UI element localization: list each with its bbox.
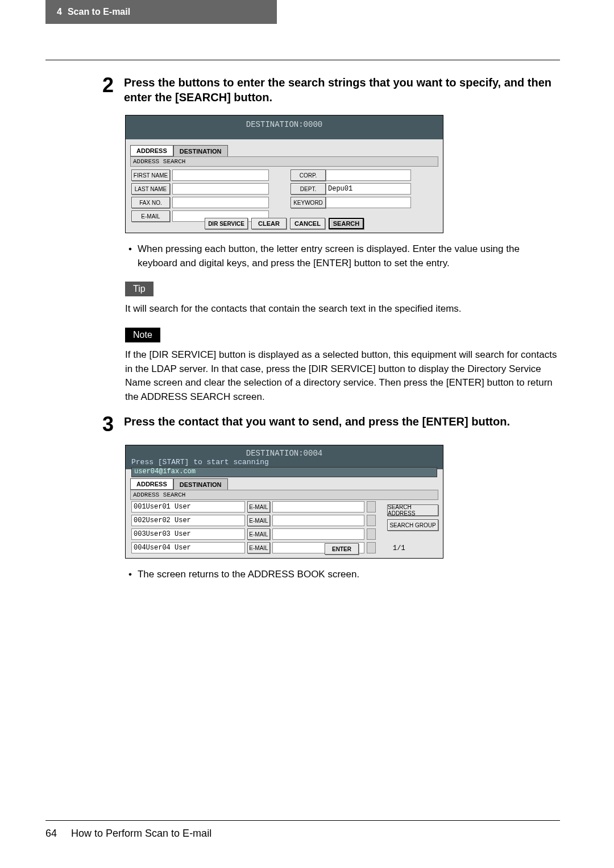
user-name: 002User02 User	[131, 515, 245, 526]
destination-title: DESTINATION:0000	[126, 120, 443, 129]
tab-destination[interactable]: DESTINATION	[173, 145, 228, 156]
last-name-button[interactable]: LAST NAME	[131, 183, 170, 195]
blank-field	[272, 501, 364, 512]
step-3: 3 Press the contact that you want to sen…	[102, 414, 560, 435]
dir-service-button[interactable]: DIR SERVICE	[205, 218, 248, 229]
bullet-1: • When pressing each button, the letter …	[125, 242, 560, 270]
user-row-1[interactable]: 001User01 User E-MAIL	[131, 501, 376, 512]
page-indicator: 1/1	[393, 544, 405, 552]
note-text: If the [DIR SERVICE] button is displayed…	[125, 348, 560, 404]
page-footer: 64 How to Perform Scan to E-mail	[45, 820, 560, 840]
email-btn[interactable]: E-MAIL	[247, 515, 270, 526]
destination-title: DESTINATION:0004	[126, 449, 443, 458]
search-address-button[interactable]: SEARCH ADDRESS	[387, 505, 438, 516]
tab-address[interactable]: ADDRESS	[130, 478, 173, 490]
page-content: 2 Press the buttons to enter the search …	[45, 60, 560, 582]
tab-address[interactable]: ADDRESS	[130, 145, 173, 156]
keyword-field[interactable]	[326, 197, 411, 208]
bullet-2: • The screen returns to the ADDRESS BOOK…	[125, 568, 560, 582]
cancel-button[interactable]: CANCEL	[290, 218, 325, 229]
tip-label: Tip	[125, 282, 154, 296]
tab-destination[interactable]: DESTINATION	[173, 478, 228, 490]
tip-text: It will search for the contacts that con…	[125, 302, 560, 316]
user-row-3[interactable]: 003User03 User E-MAIL	[131, 528, 376, 540]
chapter-title: Scan to E-mail	[68, 7, 130, 17]
email-btn[interactable]: E-MAIL	[247, 501, 270, 512]
start-line: Press [START] to start scanning	[131, 458, 269, 466]
scroll-cell	[367, 528, 376, 540]
chapter-header: 4 Scan to E-mail	[45, 0, 277, 24]
dept-field[interactable]: Depu01	[326, 183, 411, 195]
footer-title: How to Perform Scan to E-mail	[71, 828, 211, 839]
fax-no-field[interactable]	[172, 197, 269, 208]
blank-field	[272, 515, 364, 526]
screenshot-results: DESTINATION:0004 Press [START] to start …	[125, 445, 443, 559]
user-name: 003User03 User	[131, 528, 245, 540]
dept-button[interactable]: DEPT.	[291, 183, 326, 195]
scroll-cell	[367, 501, 376, 512]
keyword-button[interactable]: KEYWORD	[291, 197, 326, 208]
user-name: 001User01 User	[131, 501, 245, 512]
step-number: 3	[102, 414, 124, 435]
clear-button[interactable]: CLEAR	[251, 218, 287, 229]
step-instruction: Press the contact that you want to send,…	[124, 414, 560, 435]
screenshot-search: DESTINATION:0000 ADDRESS DESTINATION ADD…	[125, 115, 443, 233]
note-label: Note	[125, 328, 160, 342]
tab-bar: ADDRESS DESTINATION	[130, 478, 228, 490]
step-2: 2 Press the buttons to enter the search …	[102, 75, 560, 105]
bottom-buttons: DIR SERVICE CLEAR CANCEL SEARCH	[126, 218, 443, 229]
last-name-field[interactable]	[172, 183, 269, 195]
first-name-field[interactable]	[172, 170, 269, 181]
chapter-number: 4	[57, 7, 62, 17]
user-name: 004User04 User	[131, 542, 245, 553]
scroll-cell	[367, 542, 376, 553]
subbar: ADDRESS SEARCH	[130, 156, 438, 167]
search-group-button[interactable]: SEARCH GROUP	[387, 519, 438, 531]
corp-button[interactable]: CORP.	[291, 170, 326, 181]
bullet-text: When pressing each button, the letter en…	[138, 242, 560, 270]
fax-no-button[interactable]: FAX NO.	[131, 197, 170, 208]
selected-user: user04@ifax.com	[131, 467, 437, 477]
subbar: ADDRESS SEARCH	[130, 490, 438, 500]
user-row-2[interactable]: 002User02 User E-MAIL	[131, 515, 376, 526]
step-number: 2	[102, 75, 124, 105]
bullet-text: The screen returns to the ADDRESS BOOK s…	[138, 568, 560, 582]
bullet-dot: •	[128, 568, 132, 582]
blank-field	[272, 528, 364, 540]
step-instruction: Press the buttons to enter the search st…	[124, 75, 560, 105]
scroll-cell	[367, 515, 376, 526]
enter-button[interactable]: ENTER	[325, 543, 359, 555]
email-btn[interactable]: E-MAIL	[247, 542, 270, 553]
first-name-button[interactable]: FIRST NAME	[131, 170, 170, 181]
bullet-dot: •	[128, 242, 132, 270]
tab-bar: ADDRESS DESTINATION	[130, 145, 228, 156]
page-number: 64	[45, 828, 57, 839]
search-button[interactable]: SEARCH	[329, 218, 364, 229]
corp-field[interactable]	[326, 170, 411, 181]
email-btn[interactable]: E-MAIL	[247, 528, 270, 540]
